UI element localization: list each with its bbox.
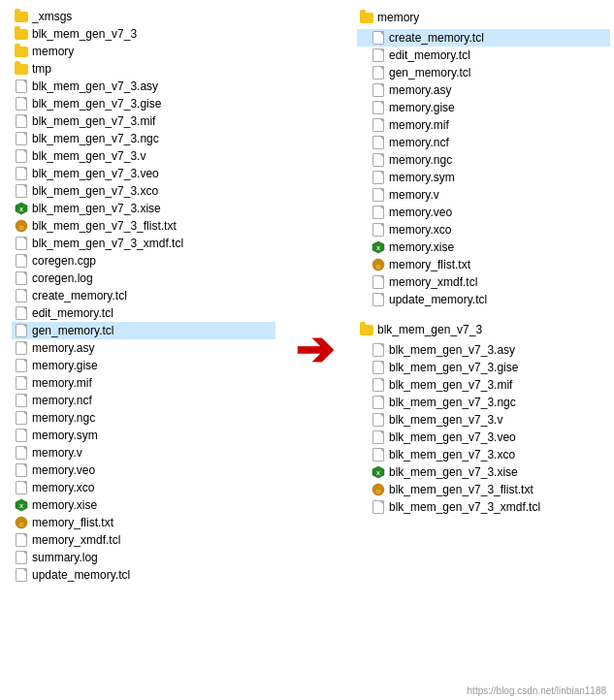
list-item[interactable]: blk_mem_gen_v7_3.mif [12,112,275,130]
list-item[interactable]: blk_mem_gen_v7_3.v [357,411,610,429]
list-item[interactable]: coregen.cgp [12,252,275,270]
list-item[interactable]: memory.asy [357,81,610,99]
list-item[interactable]: memory.sym [12,427,275,444]
list-item[interactable]: X blk_mem_gen_v7_3.xise [357,463,610,481]
list-item[interactable]: gen_memory.tcl [12,322,275,339]
list-item[interactable]: create_memory.tcl [357,29,610,47]
list-item[interactable]: blk_mem_gen_v7_3.ngc [357,394,610,411]
file-name-label: blk_mem_gen_v7_3.ngc [389,396,516,409]
folder-icon [14,26,29,42]
list-item[interactable]: memory.gise [357,99,610,116]
svg-text:X: X [19,207,23,212]
list-item[interactable]: ☺ blk_mem_gen_v7_3_flist.txt [12,217,275,235]
list-item[interactable]: memory.mif [12,374,275,392]
list-item[interactable]: memory.veo [12,461,275,479]
right-top-folder[interactable]: memory [357,8,610,27]
file-icon [371,292,386,307]
file-icon [14,113,29,129]
file-name-label: blk_mem_gen_v7_3.veo [32,167,159,180]
list-item[interactable]: memory_xmdf.tcl [12,531,275,549]
list-item[interactable]: _xmsgs [12,8,275,25]
file-name-label: blk_mem_gen_v7_3.asy [32,80,158,93]
file-name-label: memory.asy [389,83,451,97]
list-item[interactable]: X memory.xise [12,496,275,514]
list-item[interactable]: create_memory.tcl [12,287,275,304]
file-name-label: blk_mem_gen_v7_3.mif [389,378,512,392]
file-icon [371,65,386,80]
list-item[interactable]: blk_mem_gen_v7_3.gise [357,359,610,376]
list-item[interactable]: ☺ blk_mem_gen_v7_3_flist.txt [357,481,610,498]
list-item[interactable]: blk_mem_gen_v7_3 [12,25,275,43]
list-item[interactable]: X memory.xise [357,239,610,256]
file-name-label: memory.mif [32,376,92,390]
list-item[interactable]: memory.v [12,444,275,461]
file-name-label: memory.xco [389,223,451,237]
list-item[interactable]: edit_memory.tcl [12,304,275,322]
right-bottom-folder[interactable]: blk_mem_gen_v7_3 [357,320,610,339]
list-item[interactable]: memory.ngc [357,151,610,169]
list-item[interactable]: memory.v [357,186,610,204]
file-icon [371,205,386,220]
list-item[interactable]: coregen.log [12,270,275,287]
list-item[interactable]: memory.asy [12,339,275,357]
file-icon [371,430,386,445]
list-item[interactable]: gen_memory.tcl [357,64,610,81]
list-item[interactable]: blk_mem_gen_v7_3_xmdf.tcl [357,498,610,516]
list-item[interactable]: memory.xco [12,479,275,496]
folder-icon [14,44,29,59]
list-item[interactable]: blk_mem_gen_v7_3.ngc [12,130,275,147]
list-item[interactable]: memory.veo [357,204,610,221]
file-name-label: blk_mem_gen_v7_3.mif [32,114,155,128]
list-item[interactable]: memory.ngc [12,409,275,427]
list-item[interactable]: blk_mem_gen_v7_3.veo [12,165,275,182]
list-item[interactable]: ☺ memory_flist.txt [12,514,275,531]
file-name-label: memory.gise [32,359,98,372]
list-item[interactable]: memory.sym [357,169,610,186]
left-file-list: _xmsgsblk_mem_gen_v7_3memorytmpblk_mem_g… [4,8,275,692]
file-name-label: memory.ngc [32,411,95,425]
file-name-label: memory.sym [389,171,455,184]
file-icon [371,342,386,358]
list-item[interactable]: memory.ncf [12,392,275,409]
list-item[interactable]: update_memory.tcl [12,566,275,584]
file-icon [371,377,386,393]
list-item[interactable]: summary.log [12,549,275,566]
svg-text:X: X [376,245,380,251]
file-name-label: create_memory.tcl [389,31,484,45]
list-item[interactable]: update_memory.tcl [357,291,610,308]
xise-icon: X [371,239,386,255]
list-item[interactable]: blk_mem_gen_v7_3.asy [357,341,610,359]
file-icon [371,499,386,515]
watermark: https://blog.csdn.net/linbian1188 [468,685,606,696]
list-item[interactable]: memory.gise [12,357,275,374]
flist-icon: ☺ [371,257,386,272]
list-item[interactable]: blk_mem_gen_v7_3.asy [12,78,275,95]
file-icon [371,30,386,46]
file-name-label: coregen.log [32,271,93,285]
xise-icon: X [14,497,29,513]
file-icon [371,82,386,98]
list-item[interactable]: memory.ncf [357,134,610,151]
list-item[interactable]: memory.xco [357,221,610,239]
list-item[interactable]: blk_mem_gen_v7_3.xco [12,182,275,200]
list-item[interactable]: memory [12,43,275,60]
file-name-label: memory.veo [32,463,95,477]
list-item[interactable]: memory.mif [357,116,610,134]
list-item[interactable]: blk_mem_gen_v7_3_xmdf.tcl [12,235,275,252]
list-item[interactable]: blk_mem_gen_v7_3.v [12,147,275,165]
list-item[interactable]: memory_xmdf.tcl [357,273,610,291]
list-item[interactable]: blk_mem_gen_v7_3.mif [357,376,610,394]
file-name-label: memory_xmdf.tcl [389,275,477,289]
file-name-label: blk_mem_gen_v7_3.xco [389,448,515,461]
list-item[interactable]: blk_mem_gen_v7_3.gise [12,95,275,112]
list-item[interactable]: ☺ memory_flist.txt [357,256,610,273]
list-item[interactable]: tmp [12,60,275,78]
list-item[interactable]: edit_memory.tcl [357,47,610,64]
list-item[interactable]: blk_mem_gen_v7_3.xco [357,446,610,463]
file-icon [371,170,386,185]
list-item[interactable]: blk_mem_gen_v7_3.veo [357,429,610,446]
file-icon [14,428,29,443]
list-item[interactable]: X blk_mem_gen_v7_3.xise [12,200,275,217]
svg-text:X: X [19,503,23,509]
svg-text:☺: ☺ [17,224,24,231]
